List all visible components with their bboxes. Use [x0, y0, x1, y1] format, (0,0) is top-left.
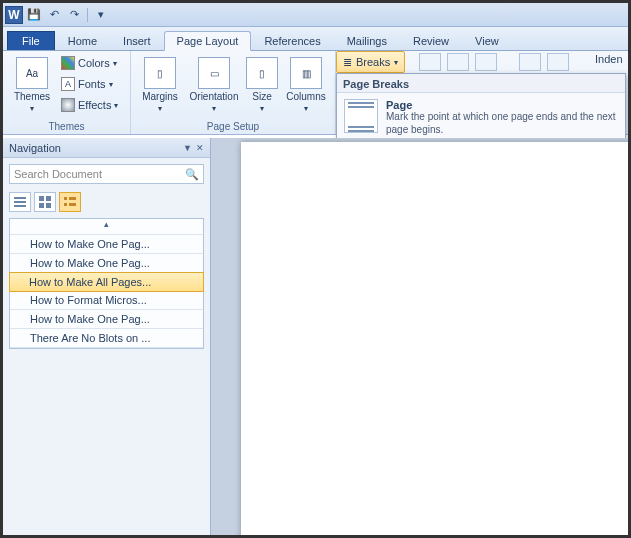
breaks-button[interactable]: ≣ Breaks ▾ — [336, 51, 405, 73]
tab-mailings[interactable]: Mailings — [334, 31, 400, 50]
size-button[interactable]: ▯Size▾ — [243, 53, 281, 117]
thumbnails-icon — [39, 196, 51, 208]
fonts-button[interactable]: AFonts▾ — [59, 74, 120, 94]
columns-icon: ▥ — [290, 57, 322, 89]
ribbon-spacing-icon[interactable] — [547, 53, 569, 71]
chevron-down-icon: ▾ — [109, 80, 113, 89]
tab-references[interactable]: References — [251, 31, 333, 50]
themes-label: Themes — [14, 91, 50, 102]
effects-button[interactable]: Effects▾ — [59, 95, 120, 115]
tab-home[interactable]: Home — [55, 31, 110, 50]
nav-view-headings[interactable] — [9, 192, 31, 212]
svg-rect-5 — [39, 203, 44, 208]
tab-file[interactable]: File — [7, 31, 55, 50]
ribbon: Aa Themes ▾ Colors▾ AFonts▾ Effects▾ The… — [3, 51, 628, 135]
effects-icon — [61, 98, 75, 112]
navigation-pane: Navigation ▼✕ Search Document 🔍 ▴ How to… — [3, 138, 211, 535]
page-breaks-header: Page Breaks — [337, 74, 625, 93]
colors-icon — [61, 56, 75, 70]
indent-label: Inden — [595, 53, 623, 65]
break-page[interactable]: PageMark the point at which one page end… — [337, 93, 625, 142]
nav-view-results[interactable] — [59, 192, 81, 212]
chevron-down-icon: ▾ — [30, 104, 34, 113]
nav-item[interactable]: How to Format Micros... — [10, 291, 203, 310]
document-page — [241, 142, 628, 535]
chevron-down-icon: ▾ — [394, 58, 398, 67]
svg-rect-3 — [39, 196, 44, 201]
navigation-list: ▴ How to Make One Pag... How to Make One… — [9, 218, 204, 349]
nav-dropdown-icon[interactable]: ▼ — [183, 143, 192, 153]
search-input[interactable]: Search Document 🔍 — [9, 164, 204, 184]
themes-icon: Aa — [16, 57, 48, 89]
tab-insert[interactable]: Insert — [110, 31, 164, 50]
svg-rect-2 — [14, 205, 26, 207]
margins-icon: ▯ — [144, 57, 176, 89]
orientation-icon: ▭ — [198, 57, 230, 89]
redo-icon[interactable]: ↷ — [65, 6, 83, 24]
qat-dropdown-icon[interactable]: ▾ — [92, 6, 110, 24]
title-bar: W 💾 ↶ ↷ ▾ — [3, 3, 628, 27]
svg-rect-10 — [69, 203, 76, 206]
nav-item[interactable]: How to Make One Pag... — [10, 235, 203, 254]
orientation-button[interactable]: ▭Orientation▾ — [185, 53, 243, 117]
nav-item[interactable]: How to Make One Pag... — [10, 254, 203, 273]
tab-review[interactable]: Review — [400, 31, 462, 50]
list-icon — [14, 196, 26, 208]
ribbon-watermark-icon[interactable] — [419, 53, 441, 71]
size-icon: ▯ — [246, 57, 278, 89]
nav-collapse-toggle[interactable]: ▴ — [10, 219, 203, 235]
chevron-down-icon: ▾ — [158, 104, 162, 113]
svg-rect-6 — [46, 203, 51, 208]
tab-page-layout[interactable]: Page Layout — [164, 31, 252, 51]
ribbon-indent-icon[interactable] — [519, 53, 541, 71]
margins-button[interactable]: ▯Margins▾ — [135, 53, 185, 117]
nav-item[interactable]: There Are No Blots on ... — [10, 329, 203, 348]
search-icon: 🔍 — [185, 168, 199, 181]
colors-button[interactable]: Colors▾ — [59, 53, 120, 73]
save-icon[interactable]: 💾 — [25, 6, 43, 24]
ribbon-page-borders-icon[interactable] — [475, 53, 497, 71]
qat-separator — [87, 8, 88, 22]
svg-rect-9 — [64, 203, 67, 206]
document-area[interactable] — [211, 138, 628, 535]
themes-button[interactable]: Aa Themes ▾ — [7, 53, 57, 117]
navigation-title: Navigation — [9, 142, 61, 154]
page-break-icon — [344, 99, 378, 133]
breaks-icon: ≣ — [343, 56, 352, 69]
search-placeholder: Search Document — [14, 168, 102, 180]
themes-group-label: Themes — [3, 120, 130, 134]
chevron-down-icon: ▾ — [113, 59, 117, 68]
svg-rect-0 — [14, 197, 26, 199]
word-app-icon: W — [5, 6, 23, 24]
page-setup-group-label: Page Setup — [131, 120, 335, 134]
svg-rect-1 — [14, 201, 26, 203]
chevron-down-icon: ▾ — [260, 104, 264, 113]
nav-item-selected[interactable]: How to Make All Pages... — [9, 272, 204, 292]
svg-rect-8 — [69, 197, 76, 200]
undo-icon[interactable]: ↶ — [45, 6, 63, 24]
svg-rect-7 — [64, 197, 67, 200]
columns-button[interactable]: ▥Columns▾ — [281, 53, 331, 117]
ribbon-page-color-icon[interactable] — [447, 53, 469, 71]
chevron-down-icon: ▾ — [212, 104, 216, 113]
svg-rect-4 — [46, 196, 51, 201]
ribbon-tabs: File Home Insert Page Layout References … — [3, 27, 628, 51]
nav-close-icon[interactable]: ✕ — [196, 143, 204, 153]
nav-view-pages[interactable] — [34, 192, 56, 212]
fonts-icon: A — [61, 77, 75, 91]
tab-view[interactable]: View — [462, 31, 512, 50]
chevron-down-icon: ▾ — [304, 104, 308, 113]
chevron-down-icon: ▾ — [114, 101, 118, 110]
results-icon — [64, 196, 76, 208]
nav-item[interactable]: How to Make One Pag... — [10, 310, 203, 329]
